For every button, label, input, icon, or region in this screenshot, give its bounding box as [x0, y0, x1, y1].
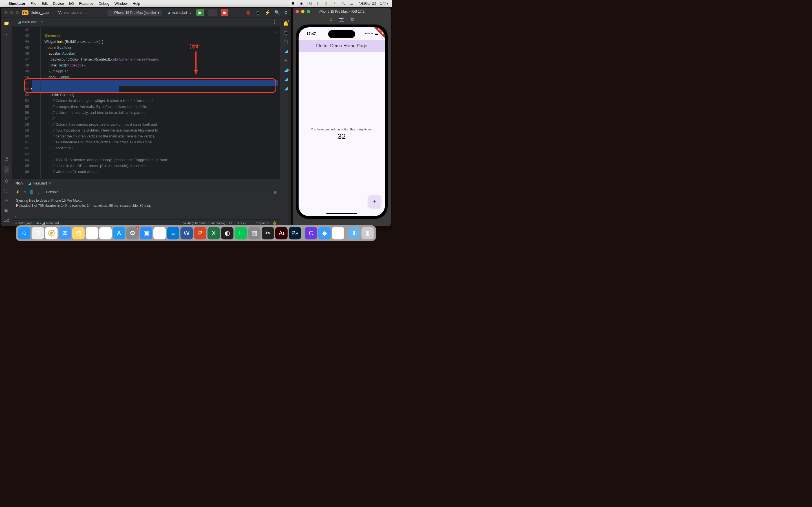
iphone-screen[interactable]: DEBUG 17:47 •••• ᯤ ▬ Flutter Demo Home P… — [299, 27, 385, 216]
dock-app-preview[interactable]: ▦ — [248, 227, 260, 239]
floating-action-button[interactable]: + — [368, 195, 381, 208]
bluetooth-icon[interactable]: ᛒ — [316, 1, 320, 6]
ide-traffic-lights[interactable] — [4, 11, 19, 14]
menu-io[interactable]: I/O — [69, 1, 74, 6]
home-indicator[interactable] — [326, 213, 357, 214]
menu-file[interactable]: File — [31, 1, 36, 6]
code-line[interactable]: Widget build(BuildContext context) { — [40, 39, 280, 45]
code-line[interactable]: // — [40, 115, 280, 121]
breadcrumb-lib[interactable]: lib — [36, 221, 39, 225]
more-actions-icon[interactable]: ⋮ — [233, 10, 237, 15]
hot-reload-icon[interactable]: ⚡ — [15, 190, 20, 194]
file-encoding[interactable]: UTF-8 — [237, 221, 246, 225]
lock-icon[interactable]: 🔒 — [273, 221, 276, 225]
code-line[interactable]: // wireframe for each widget. — [40, 169, 280, 175]
run-configuration[interactable]: ◢ main.dart ⌄ — [167, 10, 192, 15]
flutter-performance-icon[interactable]: ◢ — [284, 67, 288, 72]
run-file-tab[interactable]: ◢ main.dart ✕ — [26, 180, 54, 186]
analysis-ok-icon[interactable]: ✓ — [274, 29, 277, 35]
console-output[interactable]: Syncing files to device iPhone 15 Pro Ma… — [12, 196, 280, 213]
sim-traffic-lights[interactable] — [296, 10, 310, 13]
battery-icon[interactable]: 🔋 — [324, 1, 329, 6]
settings-icon[interactable]: ⚙ — [284, 10, 288, 15]
code-line[interactable]: // center the children vertically; the m… — [40, 133, 280, 139]
code-line[interactable]: // Column is also a layout widget. It ta… — [40, 98, 280, 104]
emulator-icon[interactable]: ⬚ — [284, 39, 288, 45]
dock-app-safari[interactable]: 🧭 — [45, 227, 57, 239]
code-line[interactable]: // horizontal). — [40, 145, 280, 151]
code-line[interactable]: child: Column( — [40, 92, 280, 98]
dock-app-fcpx[interactable]: ✂ — [262, 227, 274, 239]
dock-app-slack[interactable]: ✱ — [153, 227, 166, 239]
code-line[interactable]: body: Center( — [40, 74, 280, 80]
code-line[interactable]: // arranges them vertically. By default,… — [40, 104, 280, 110]
code-line[interactable]: ), // AppBar — [40, 68, 280, 74]
dock-app-figma[interactable]: ◐ — [221, 227, 234, 239]
spotlight-icon[interactable]: 🔍 — [341, 1, 346, 6]
flutter-devtools-icon[interactable]: ◢ — [284, 86, 288, 91]
breadcrumb[interactable]: ▫ flutter_app › lib › ◢ main.dart — [15, 221, 59, 225]
code-line[interactable]: // — [40, 151, 280, 157]
code-line[interactable]: backgroundColor: Theme.of(context).color… — [40, 56, 280, 62]
project-tool-icon[interactable]: 📁 — [4, 20, 9, 26]
reader-mode-icon[interactable]: ⬚ — [250, 221, 252, 225]
flutter-outline-icon[interactable]: ◔ — [4, 156, 8, 161]
structure-tool-icon[interactable]: ⋯ — [4, 32, 9, 37]
device-manager-icon[interactable]: 📱 — [283, 30, 289, 35]
git-icon[interactable]: ⎇ — [4, 217, 9, 223]
input-method-indicator[interactable]: A — [308, 2, 312, 5]
menubar-extra-icon[interactable]: ⬢ — [291, 1, 295, 6]
menubar-date[interactable]: 7月26日(金) — [358, 1, 376, 6]
dock-app-mail[interactable]: ✉ — [59, 227, 71, 239]
code-line[interactable]: appBar: AppBar( — [40, 50, 280, 56]
flutter-inspector-icon[interactable]: ◢ — [284, 48, 288, 54]
control-center-icon[interactable]: ☰ — [350, 1, 354, 6]
dock-app-appstore[interactable]: A — [113, 227, 125, 239]
dock-app-chrome[interactable]: ◉ — [99, 227, 112, 239]
editor-tab-main[interactable]: ◢ main.dart ✕ — [15, 18, 46, 26]
sim-home-icon[interactable]: ⌂ — [330, 17, 333, 22]
dock-app-excel[interactable]: X — [207, 227, 220, 239]
stop-button[interactable]: ■ — [221, 9, 228, 16]
dock-app-app2[interactable]: ◆ — [318, 227, 331, 239]
search-icon[interactable]: 🔍 — [274, 10, 280, 15]
code-editor[interactable]: 424344⟳4546474849505152💡5354555657585960… — [12, 27, 280, 179]
dock-app-illustrator[interactable]: Ai — [275, 227, 288, 239]
devtools-icon[interactable]: 🌐 — [29, 190, 34, 194]
version-control-menu[interactable]: Version control — [58, 10, 83, 15]
code-line[interactable]: @override — [40, 33, 280, 39]
run-button[interactable]: ▶ — [196, 9, 204, 16]
dock-app-powerpoint[interactable]: P — [194, 227, 206, 239]
code-line[interactable]: // axis because Columns are vertical (th… — [40, 139, 280, 145]
device-selector[interactable]: iPhone 15 Pro Max (mobile) ▾ — [107, 10, 162, 16]
cursor-position[interactable]: 52:40 (110 chars, 1 line break) — [183, 221, 225, 225]
line-separator[interactable]: LF — [229, 221, 233, 225]
project-dropdown-icon[interactable]: ⌄ — [52, 11, 54, 14]
dock-app-word[interactable]: W — [181, 227, 193, 239]
debug-tool-icon[interactable]: 🐞 — [246, 10, 251, 15]
layout-icon[interactable]: ▦ — [273, 190, 276, 194]
dock-app-finder[interactable]: ☺ — [18, 227, 31, 239]
dock-app-vscode[interactable]: ≡ — [167, 227, 179, 239]
code-line[interactable] — [40, 27, 280, 33]
expand-console-icon[interactable]: › — [15, 215, 16, 218]
favorites-icon[interactable]: ◇ — [5, 178, 8, 183]
code-line[interactable]: // Column has various properties to cont… — [40, 121, 280, 127]
run-panel-label[interactable]: Run — [15, 181, 22, 185]
code-line[interactable]: // children horizontally, and tries to b… — [40, 110, 280, 115]
dock-app-settings[interactable]: ⚙2 — [126, 227, 139, 239]
menu-window[interactable]: Window — [114, 1, 128, 6]
dock-app-freeform[interactable]: ✎ — [86, 227, 98, 239]
wifi-icon[interactable]: ᯤ — [333, 1, 337, 6]
sim-screenshot-icon[interactable]: 📷 — [339, 17, 344, 22]
dock-app-canva[interactable]: C — [305, 227, 317, 239]
flash-tool-icon[interactable]: ⚡ — [265, 10, 270, 15]
menubar-time[interactable]: 17:47 — [380, 1, 389, 5]
menu-edit[interactable]: Edit — [42, 1, 48, 6]
console-more-icon[interactable]: ⋮ — [37, 190, 40, 194]
menubar-screenrec-icon[interactable]: ◉ — [299, 1, 304, 6]
menubar-app-name[interactable]: Simulator — [8, 1, 26, 6]
menu-features[interactable]: Features — [79, 1, 93, 6]
menu-device[interactable]: Device — [53, 1, 64, 6]
problems-icon[interactable]: ⚠ — [4, 198, 8, 203]
